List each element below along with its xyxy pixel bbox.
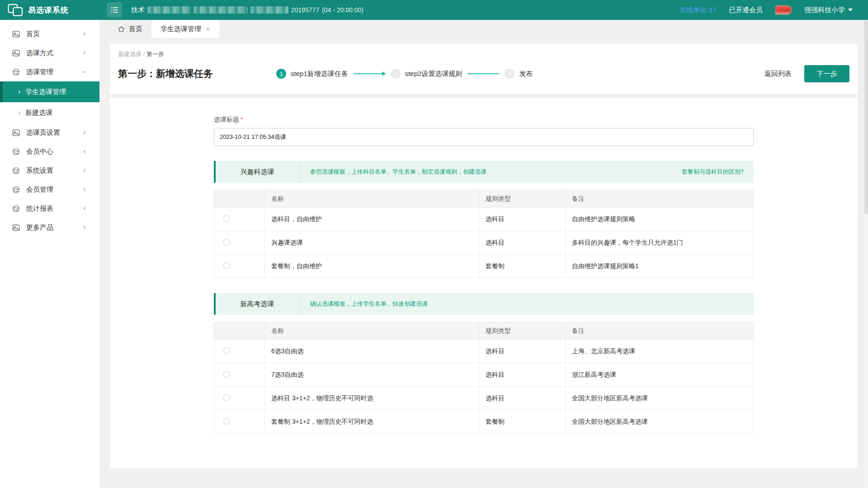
table-row[interactable]: 选科目 3+1+2，物理历史不可同时选选科目全国大部分地区新高考选课	[214, 387, 754, 410]
table-cell: 选科目	[479, 340, 566, 363]
tab-label: 学生选课管理	[160, 25, 201, 33]
chevron-left-icon	[81, 186, 88, 193]
section-header: 兴趣科选课 参照选课模板，上传科目名单、学生名单，制定选课规则，创建选课 套餐制…	[214, 161, 754, 183]
image-icon	[12, 30, 20, 38]
column-header: 备注	[566, 322, 754, 340]
sections: 兴趣科选课 参照选课模板，上传科目名单、学生名单，制定选课规则，创建选课 套餐制…	[214, 161, 754, 434]
sidebar-item-7[interactable]: 统计报表	[0, 199, 99, 218]
required-mark: *	[241, 116, 243, 123]
section-divider	[299, 161, 299, 183]
table-row[interactable]: 套餐制 3+1+2，物理历史不可同时选套餐制全国大部分地区新高考选课	[214, 410, 754, 434]
course-template-section: 新高考选课 确认选课模板，上传学生名单，快速创建选课 名称规则类型备注 6选3自…	[214, 293, 754, 434]
section-divider	[299, 293, 299, 315]
sidebar-item-label: 选课管理	[26, 68, 53, 76]
sidebar-item-label: 系统设置	[26, 166, 53, 175]
sidebar-item-label: 选课页设置	[26, 128, 60, 137]
radio-button[interactable]	[223, 347, 230, 354]
radio-cell	[214, 410, 265, 434]
table-row[interactable]: 6选3自由选选科目上海、北京新高考选课	[214, 340, 754, 363]
chevron-left-icon	[81, 224, 88, 231]
step-wizard: 1 step1新增选课任务 2 step2设置选课规则 3 发布	[276, 69, 533, 79]
back-to-list-link[interactable]: 返回列表	[764, 70, 792, 78]
step-number-badge: 3	[505, 69, 514, 79]
radio-cell	[214, 208, 265, 231]
radio-button[interactable]	[223, 215, 230, 222]
online-units-link[interactable]: 在线单位:37	[679, 6, 716, 14]
chevron-left-icon	[81, 148, 88, 155]
section-help-link[interactable]: 套餐制与选科目的区别?	[682, 168, 744, 176]
table-cell: 自由维护选课规则策略	[566, 208, 754, 231]
member-status-link[interactable]: 已开通会员	[729, 6, 763, 14]
step-connector	[354, 73, 385, 74]
column-header: 名称	[265, 190, 479, 208]
table-row[interactable]: 套餐制，自由维护套餐制自由维护选课规则策略1	[214, 255, 754, 278]
page-header-card: 新建选择 / 第一步 第一步：新增选课任务 1 step1新增选课任务 2 st…	[110, 44, 858, 94]
sidebar-item-label: 选课方式	[26, 49, 53, 57]
chevron-down-icon	[81, 69, 88, 75]
radio-button[interactable]	[223, 394, 230, 401]
radio-button[interactable]	[223, 239, 230, 246]
step-number-badge: 2	[391, 69, 401, 79]
sidebar-item-2[interactable]: 选课管理	[0, 62, 99, 81]
chevron-left-icon	[81, 50, 88, 56]
table-cell: 兴趣课选课	[265, 231, 479, 255]
sidebar-item-label: 更多产品	[26, 223, 53, 232]
scrollbar-thumb[interactable]	[864, 20, 868, 214]
image-icon	[12, 49, 20, 57]
globe-icon	[12, 185, 20, 194]
table-cell: 套餐制，自由维护	[265, 255, 479, 278]
section-description: 参照选课模板，上传科目名单、学生名单，制定选课规则，创建选课	[310, 168, 486, 176]
sidebar-subitem[interactable]: › 学生选课管理	[0, 81, 99, 102]
course-title-label: 选课标题*	[214, 116, 754, 124]
sidebar-item-0[interactable]: 首页	[0, 24, 99, 43]
chevron-left-icon	[81, 167, 88, 174]
radio-button[interactable]	[223, 418, 230, 425]
image-icon	[12, 128, 20, 137]
menu-toggle-button[interactable]	[107, 2, 122, 18]
table-cell: 浙江新高考选课	[566, 363, 754, 387]
step-connector	[467, 73, 499, 74]
table-row[interactable]: 兴趣课选课选科目多科目的兴趣课，每个学生只允许选1门	[214, 231, 754, 255]
sidebar-subitem[interactable]: › 新建选课	[0, 102, 99, 123]
section-description: 确认选课模板，上传学生名单，快速创建选课	[310, 300, 428, 308]
radio-cell	[214, 231, 265, 255]
next-step-button[interactable]: 下一步	[804, 65, 849, 82]
service-number: 20195777	[291, 6, 319, 14]
radio-button[interactable]	[223, 371, 230, 378]
step-label: step2设置选课规则	[405, 70, 462, 78]
wizard-step: 3 发布	[505, 69, 533, 79]
radio-column-header	[214, 322, 265, 340]
course-title-input[interactable]	[214, 128, 754, 146]
sidebar-item-label: 会员中心	[26, 147, 53, 156]
sidebar-item-6[interactable]: 会员管理	[0, 180, 99, 199]
content-area: 新建选择 / 第一步 第一步：新增选课任务 1 step1新增选课任务 2 st…	[99, 38, 868, 488]
scrollbar[interactable]	[864, 20, 868, 488]
service-time: (04 - 20:00:00)	[322, 6, 363, 14]
breadcrumb-root[interactable]: 新建选择	[118, 51, 142, 57]
section-name: 兴趣科选课	[216, 168, 299, 176]
sidebar-item-3[interactable]: 选课页设置	[0, 123, 99, 142]
table-cell: 上海、北京新高考选课	[566, 340, 754, 363]
close-icon[interactable]: ×	[206, 25, 210, 33]
globe-icon	[12, 204, 20, 213]
header-actions: 返回列表 下一步	[764, 65, 849, 82]
course-template-section: 兴趣科选课 参照选课模板，上传科目名单、学生名单，制定选课规则，创建选课 套餐制…	[214, 161, 754, 278]
sidebar-item-4[interactable]: 会员中心	[0, 142, 99, 161]
main-area: 首页 学生选课管理 × 新建选择 / 第一步 第一步：新增选课任务 1 step…	[99, 20, 868, 488]
sidebar-item-1[interactable]: 选课方式	[0, 43, 99, 62]
table-cell: 套餐制	[479, 255, 566, 278]
radio-cell	[214, 255, 265, 278]
column-header: 名称	[265, 322, 479, 340]
tab-bar: 首页 学生选课管理 ×	[99, 20, 868, 38]
table-row[interactable]: 选科目，自由维护选科目自由维护选课规则策略	[214, 208, 754, 231]
tab-1[interactable]: 学生选课管理 ×	[151, 20, 219, 38]
tab-0[interactable]: 首页	[108, 20, 151, 38]
sidebar-item-5[interactable]: 系统设置	[0, 161, 99, 180]
table-row[interactable]: 7选3自由选选科目浙江新高考选课	[214, 363, 754, 387]
table-cell: 自由维护选课规则策略1	[566, 255, 754, 278]
radio-button[interactable]	[223, 262, 230, 269]
app-logo-icon	[7, 3, 24, 17]
sidebar-item-8[interactable]: 更多产品	[0, 218, 99, 237]
list-icon	[110, 5, 119, 14]
school-account-dropdown[interactable]: 强强科技小学	[804, 6, 853, 14]
